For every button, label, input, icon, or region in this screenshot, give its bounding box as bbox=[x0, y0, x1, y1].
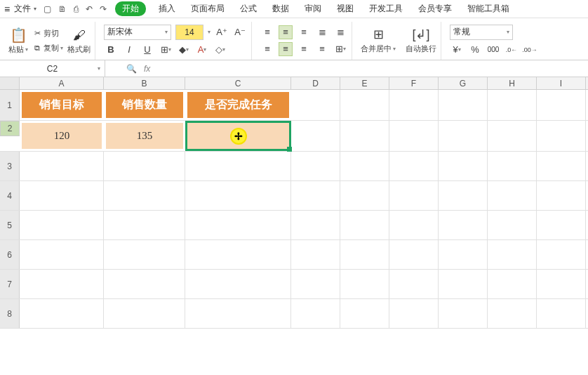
cell-C6[interactable] bbox=[185, 240, 291, 269]
cell-A7[interactable] bbox=[20, 270, 104, 298]
cell-I7[interactable] bbox=[537, 270, 586, 298]
cell-D5[interactable] bbox=[291, 211, 340, 239]
undo-icon[interactable]: ↶ bbox=[86, 4, 93, 14]
cell-E6[interactable] bbox=[340, 240, 389, 269]
row-header-3[interactable]: 3 bbox=[0, 152, 20, 180]
cell-H5[interactable] bbox=[488, 211, 537, 239]
percent-icon[interactable]: % bbox=[468, 43, 482, 57]
cell-A5[interactable] bbox=[20, 211, 104, 239]
cell-D8[interactable] bbox=[291, 299, 340, 328]
col-header-A[interactable]: A bbox=[20, 77, 104, 89]
open-icon[interactable]: ▢ bbox=[44, 4, 51, 14]
formula-input[interactable] bbox=[157, 63, 508, 75]
cell-C4[interactable] bbox=[185, 181, 291, 210]
font-name-select[interactable]: 新宋体▾ bbox=[104, 25, 171, 40]
print-icon[interactable]: ⎙ bbox=[74, 4, 79, 14]
cell-C1[interactable]: 是否完成任务 bbox=[185, 90, 291, 120]
copy-button[interactable]: ⧉复制▾ bbox=[32, 43, 63, 53]
cell-G8[interactable] bbox=[439, 299, 488, 328]
align-left-icon[interactable]: ≡ bbox=[260, 42, 274, 56]
file-menu[interactable]: 文件 bbox=[14, 3, 31, 15]
fx-icon[interactable]: fx bbox=[144, 64, 150, 74]
col-header-F[interactable]: F bbox=[389, 77, 439, 89]
font-color-button[interactable]: A▾ bbox=[195, 43, 209, 57]
col-header-G[interactable]: G bbox=[439, 77, 488, 89]
border-button[interactable]: ⊞▾ bbox=[159, 43, 173, 57]
cell-reference-box[interactable]: C2▾ bbox=[0, 60, 105, 77]
align-top-icon[interactable]: ≡ bbox=[260, 25, 274, 39]
format-painter-button[interactable]: 格式刷 bbox=[67, 44, 91, 55]
cell-F3[interactable] bbox=[389, 152, 439, 180]
cell-E7[interactable] bbox=[340, 270, 389, 298]
cell-G6[interactable] bbox=[439, 240, 488, 269]
cell-E1[interactable] bbox=[340, 90, 389, 120]
file-menu-dropdown-icon[interactable]: ▾ bbox=[34, 6, 36, 12]
cell-H3[interactable] bbox=[488, 152, 537, 180]
italic-button[interactable]: I bbox=[122, 43, 136, 57]
align-right-icon[interactable]: ≡ bbox=[297, 42, 311, 56]
tab-dev[interactable]: 开发工具 bbox=[366, 1, 406, 16]
row-header-7[interactable]: 7 bbox=[0, 270, 20, 298]
tab-formula[interactable]: 公式 bbox=[237, 1, 260, 16]
cell-C3[interactable] bbox=[185, 152, 291, 180]
redo-icon[interactable]: ↷ bbox=[100, 4, 107, 14]
paste-icon[interactable]: 📋 bbox=[9, 26, 27, 44]
cell-H8[interactable] bbox=[488, 299, 537, 328]
cell-A2[interactable]: 120 bbox=[20, 121, 104, 151]
increase-font-icon[interactable]: A⁺ bbox=[215, 25, 229, 39]
cell-C2-selected[interactable]: ✢ bbox=[185, 121, 291, 151]
cell-C8[interactable] bbox=[185, 299, 291, 328]
cell-D6[interactable] bbox=[291, 240, 340, 269]
merge-center-button[interactable]: ⊞ 合并居中▾ bbox=[361, 27, 396, 54]
row-header-6[interactable]: 6 bbox=[0, 240, 20, 269]
currency-icon[interactable]: ¥▾ bbox=[450, 43, 464, 57]
cell-F2[interactable] bbox=[389, 121, 439, 151]
row-header-4[interactable]: 4 bbox=[0, 181, 20, 210]
tab-data[interactable]: 数据 bbox=[269, 1, 292, 16]
tab-review[interactable]: 审阅 bbox=[302, 1, 324, 16]
cell-G1[interactable] bbox=[439, 90, 488, 120]
cell-H4[interactable] bbox=[488, 181, 537, 210]
col-header-I[interactable]: I bbox=[537, 77, 586, 89]
cell-C7[interactable] bbox=[185, 270, 291, 298]
col-header-H[interactable]: H bbox=[488, 77, 537, 89]
cell-A1[interactable]: 销售目标 bbox=[20, 90, 104, 120]
bold-button[interactable]: B bbox=[104, 43, 118, 57]
cell-I6[interactable] bbox=[537, 240, 586, 269]
increase-decimal-icon[interactable]: .00→ bbox=[523, 43, 537, 57]
cell-D3[interactable] bbox=[291, 152, 340, 180]
cell-I5[interactable] bbox=[537, 211, 586, 239]
col-header-B[interactable]: B bbox=[104, 77, 185, 89]
col-header-E[interactable]: E bbox=[340, 77, 389, 89]
cell-E2[interactable] bbox=[340, 121, 389, 151]
select-all-corner[interactable] bbox=[0, 77, 20, 89]
tab-insert[interactable]: 插入 bbox=[156, 1, 178, 16]
decrease-font-icon[interactable]: A⁻ bbox=[233, 25, 247, 39]
cell-B1[interactable]: 销售数量 bbox=[104, 90, 185, 120]
cell-D4[interactable] bbox=[291, 181, 340, 210]
cell-B7[interactable] bbox=[104, 270, 185, 298]
cell-E3[interactable] bbox=[340, 152, 389, 180]
cellref-dropdown-icon[interactable]: ▾ bbox=[98, 65, 100, 72]
row-header-1[interactable]: 1 bbox=[0, 90, 20, 120]
cell-D2[interactable] bbox=[291, 121, 340, 151]
cell-E5[interactable] bbox=[340, 211, 389, 239]
cell-G4[interactable] bbox=[439, 181, 488, 210]
cell-I8[interactable] bbox=[537, 299, 586, 328]
cell-A4[interactable] bbox=[20, 181, 104, 210]
fill-color-button[interactable]: ◆▾ bbox=[177, 43, 191, 57]
cell-A6[interactable] bbox=[20, 240, 104, 269]
row-header-8[interactable]: 8 bbox=[0, 299, 20, 328]
cell-B6[interactable] bbox=[104, 240, 185, 269]
col-header-D[interactable]: D bbox=[291, 77, 340, 89]
search-icon[interactable]: 🔍 bbox=[126, 64, 137, 74]
number-format-select[interactable]: 常规▾ bbox=[450, 25, 513, 40]
indent-decrease-icon[interactable]: ≣ bbox=[315, 25, 329, 39]
cell-H7[interactable] bbox=[488, 270, 537, 298]
highlight-button[interactable]: ◇▾ bbox=[213, 43, 227, 57]
cell-A8[interactable] bbox=[20, 299, 104, 328]
cell-B3[interactable] bbox=[104, 152, 185, 180]
cell-E8[interactable] bbox=[340, 299, 389, 328]
cell-F5[interactable] bbox=[389, 211, 439, 239]
cell-G3[interactable] bbox=[439, 152, 488, 180]
